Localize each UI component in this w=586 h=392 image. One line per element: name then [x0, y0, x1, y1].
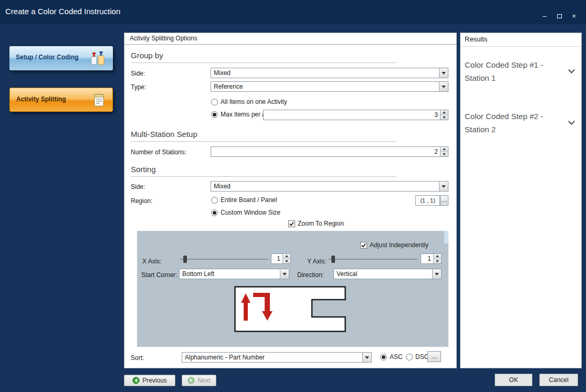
- x-axis-input[interactable]: 1: [271, 253, 291, 264]
- stations-label: Number of Stations:: [131, 149, 186, 156]
- maximize-icon: [557, 14, 562, 18]
- slider-thumb[interactable]: [331, 256, 335, 263]
- dropdown-arrow-button[interactable]: [439, 68, 448, 78]
- dropdown-arrow-button[interactable]: [439, 82, 448, 91]
- chevron-down-icon[interactable]: [568, 118, 575, 125]
- stations-input[interactable]: 2: [211, 146, 448, 157]
- y-axis-label: Y Axis:: [307, 258, 326, 265]
- adjust-independently-checkbox[interactable]: [360, 242, 367, 249]
- chevron-up-icon: [443, 111, 446, 113]
- sidebar-step-setup-color-coding[interactable]: Setup / Color Coding: [9, 46, 113, 70]
- activity-splitting-options-panel: Activity Splitting Options Group by Side…: [124, 33, 457, 368]
- direction-dropdown[interactable]: Vertical: [333, 269, 442, 279]
- sort-ellipsis-button[interactable]: …: [427, 351, 441, 362]
- dropdown-arrow-button[interactable]: [439, 182, 448, 191]
- chevron-down-icon: [435, 273, 439, 276]
- sidebar-step-activity-splitting[interactable]: Activity Splitting: [9, 88, 113, 112]
- custom-window-radio-row: Custom Window Size: [211, 209, 280, 216]
- zoom-to-region-checkbox[interactable]: [288, 220, 295, 227]
- titlebar[interactable]: Create a Color Coded Instruction – ×: [0, 0, 586, 24]
- result-item-step-2[interactable]: Color Coded Step #2 - Station 2: [461, 105, 581, 142]
- previous-button[interactable]: Previous: [124, 375, 175, 386]
- ok-button[interactable]: OK: [495, 374, 532, 386]
- dsc-radio[interactable]: [406, 354, 413, 361]
- checkmark-icon: [361, 242, 367, 248]
- asc-radio[interactable]: [380, 354, 387, 361]
- y-axis-slider[interactable]: [328, 255, 417, 264]
- custom-window-radio[interactable]: [211, 209, 218, 216]
- group-by-heading: Group by: [131, 51, 396, 63]
- side-label: Side:: [131, 70, 145, 77]
- spinner-up-button[interactable]: [283, 254, 290, 259]
- zoom-to-region-row: Zoom To Region: [288, 220, 344, 227]
- spinner-down-button[interactable]: [434, 259, 441, 264]
- slider-thumb[interactable]: [183, 256, 187, 263]
- dropdown-value: Bottom Left: [180, 269, 280, 279]
- max-items-value: 3: [264, 110, 440, 120]
- spinner-down-button[interactable]: [441, 115, 448, 120]
- entire-board-label: Entire Board / Panel: [221, 196, 277, 204]
- max-items-radio[interactable]: [211, 111, 218, 118]
- group-type-dropdown[interactable]: Reference: [211, 81, 448, 92]
- dialog-window: Create a Color Coded Instruction – × Set…: [0, 0, 586, 392]
- dropdown-value: Reference: [211, 82, 439, 91]
- sorting-side-label: Side:: [131, 183, 145, 190]
- y-axis-spinner: [433, 254, 441, 263]
- dropdown-arrow-button[interactable]: [362, 353, 371, 362]
- slider-track: [180, 259, 268, 260]
- spinner-up-button[interactable]: [441, 147, 448, 152]
- result-item-step-1[interactable]: Color Coded Step #1 - Station 1: [461, 54, 581, 91]
- y-axis-input[interactable]: 1: [421, 253, 442, 264]
- next-button[interactable]: Next: [182, 375, 216, 386]
- step-label: Setup / Color Coding: [16, 54, 78, 61]
- results-separator: [461, 46, 581, 47]
- chevron-down-icon: [365, 356, 369, 359]
- direction-preview-diagram: [234, 286, 346, 332]
- dsc-label: DSC: [415, 353, 428, 361]
- previous-label: Previous: [142, 377, 167, 384]
- sorting-side-dropdown[interactable]: Mixed: [211, 181, 448, 192]
- start-corner-label: Start Corner:: [141, 271, 177, 279]
- adjust-independently-row: Adjust Independently: [360, 241, 428, 249]
- close-button[interactable]: ×: [570, 13, 578, 20]
- asc-label: ASC: [390, 353, 403, 361]
- maximize-button[interactable]: [556, 13, 563, 20]
- start-corner-dropdown[interactable]: Bottom Left: [179, 269, 289, 279]
- dropdown-arrow-button[interactable]: [280, 269, 289, 279]
- adjust-independently-label: Adjust Independently: [370, 241, 428, 249]
- activity-splitting-icon: [91, 92, 107, 108]
- spinner-up-button[interactable]: [434, 254, 441, 259]
- chevron-down-icon[interactable]: [568, 67, 575, 73]
- spinner-down-button[interactable]: [283, 259, 290, 264]
- chevron-up-icon: [443, 148, 446, 150]
- step-label: Activity Splitting: [16, 96, 66, 103]
- previous-icon: [132, 377, 140, 384]
- region-coordinates-box: (1 , 1): [415, 195, 440, 206]
- spinner-down-button[interactable]: [441, 152, 448, 157]
- x-axis-value: 1: [271, 254, 282, 263]
- entire-board-radio-row: Entire Board / Panel: [211, 196, 277, 204]
- result-item-label: Color Coded Step #2 - Station 2: [465, 110, 557, 136]
- max-items-input[interactable]: 3: [263, 110, 448, 120]
- max-items-spinner: [440, 110, 448, 120]
- chevron-down-icon: [443, 153, 446, 155]
- spinner-up-button[interactable]: [441, 110, 448, 115]
- y-axis-value: 1: [421, 254, 433, 263]
- asc-radio-row: ASC: [380, 353, 403, 361]
- chevron-down-icon: [442, 86, 446, 88]
- cancel-button[interactable]: Cancel: [539, 374, 578, 386]
- dsc-radio-row: DSC: [406, 353, 428, 361]
- chevron-down-icon: [442, 72, 446, 75]
- entire-board-radio[interactable]: [211, 197, 218, 204]
- x-axis-slider[interactable]: [180, 255, 268, 264]
- panel-scrollbar[interactable]: [444, 231, 448, 243]
- all-items-radio[interactable]: [211, 99, 218, 105]
- minimize-button[interactable]: –: [541, 13, 548, 20]
- group-side-dropdown[interactable]: Mixed: [211, 68, 448, 78]
- region-ellipsis-button[interactable]: …: [440, 195, 448, 206]
- dropdown-value: Vertical: [334, 269, 432, 279]
- chevron-down-icon: [442, 185, 446, 188]
- dropdown-arrow-button[interactable]: [432, 269, 441, 279]
- sort-dropdown[interactable]: Alphanumeric - Part Number: [182, 352, 372, 363]
- region-label: Region:: [131, 197, 152, 205]
